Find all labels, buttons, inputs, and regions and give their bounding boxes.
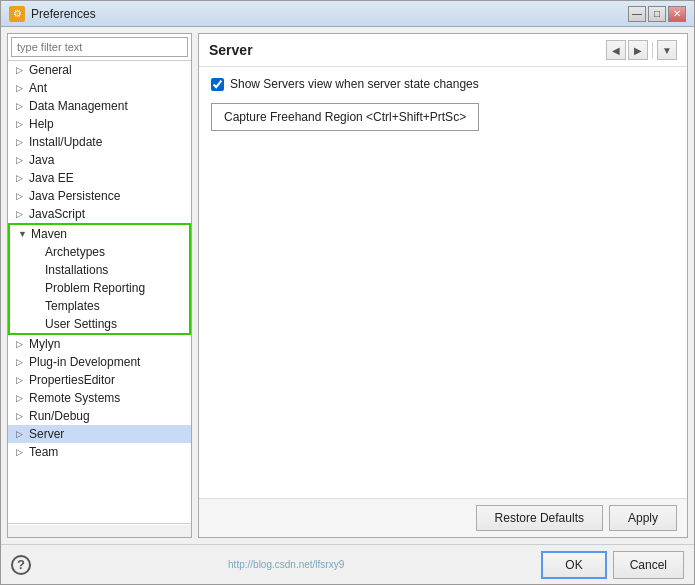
sidebar-item-label: Java EE (29, 171, 74, 185)
sidebar-item-label: Plug-in Development (29, 355, 140, 369)
tree-area[interactable]: ▷ General ▷ Ant ▷ Data Management ▷ Help (8, 61, 191, 523)
close-button[interactable]: ✕ (668, 6, 686, 22)
sidebar-item-label: Archetypes (45, 245, 105, 259)
watermark-text: http://blog.csdn.net/lfsrxy9 (228, 559, 344, 570)
expand-arrow: ▷ (16, 155, 26, 165)
sidebar-item-label: User Settings (45, 317, 117, 331)
minimize-button[interactable]: — (628, 6, 646, 22)
toolbar-separator (652, 42, 653, 58)
right-panel-title: Server (209, 42, 253, 58)
sidebar-item-javascript[interactable]: ▷ JavaScript (8, 205, 191, 223)
sidebar-item-label: Team (29, 445, 58, 459)
right-panel: Server ◀ ▶ ▼ Show Servers (198, 33, 688, 538)
back-icon: ◀ (612, 45, 620, 56)
sidebar-item-user-settings[interactable]: User Settings (10, 315, 189, 333)
expand-arrow: ▷ (16, 173, 26, 183)
expand-arrow: ▷ (16, 83, 26, 93)
capture-freehand-button[interactable]: Capture Freehand Region <Ctrl+Shift+PrtS… (211, 103, 479, 131)
dropdown-icon: ▼ (662, 45, 672, 56)
maven-group: ▼ Maven Archetypes Installations Problem… (8, 223, 191, 335)
maximize-button[interactable]: □ (648, 6, 666, 22)
dropdown-button[interactable]: ▼ (657, 40, 677, 60)
sidebar-item-label: Remote Systems (29, 391, 120, 405)
forward-button[interactable]: ▶ (628, 40, 648, 60)
restore-defaults-button[interactable]: Restore Defaults (476, 505, 603, 531)
sidebar-item-label: Java (29, 153, 54, 167)
sidebar-item-ant[interactable]: ▷ Ant (8, 79, 191, 97)
title-buttons: — □ ✕ (628, 6, 686, 22)
sidebar-item-java-persistence[interactable]: ▷ Java Persistence (8, 187, 191, 205)
sidebar-item-label: Java Persistence (29, 189, 120, 203)
expand-arrow: ▷ (16, 447, 26, 457)
cancel-button[interactable]: Cancel (613, 551, 684, 579)
sidebar-item-java-ee[interactable]: ▷ Java EE (8, 169, 191, 187)
sidebar-item-general[interactable]: ▷ General (8, 61, 191, 79)
right-header: Server ◀ ▶ ▼ (199, 34, 687, 67)
preferences-window: ⚙ Preferences — □ ✕ ▷ General ▷ (0, 0, 695, 585)
ok-button[interactable]: OK (541, 551, 606, 579)
expand-arrow: ▷ (16, 375, 26, 385)
sidebar-item-data-management[interactable]: ▷ Data Management (8, 97, 191, 115)
sidebar-item-label: Problem Reporting (45, 281, 145, 295)
sidebar-item-plugin-development[interactable]: ▷ Plug-in Development (8, 353, 191, 371)
sidebar-item-team[interactable]: ▷ Team (8, 443, 191, 461)
expand-arrow: ▼ (18, 229, 28, 239)
sidebar-item-label: Install/Update (29, 135, 102, 149)
expand-arrow: ▷ (16, 209, 26, 219)
sidebar-item-problem-reporting[interactable]: Problem Reporting (10, 279, 189, 297)
sidebar-item-label: Installations (45, 263, 108, 277)
search-input[interactable] (11, 37, 188, 57)
sidebar-item-label: JavaScript (29, 207, 85, 221)
expand-arrow: ▷ (16, 339, 26, 349)
search-bar (8, 34, 191, 61)
sidebar-item-remote-systems[interactable]: ▷ Remote Systems (8, 389, 191, 407)
sidebar-item-label: Data Management (29, 99, 128, 113)
expand-arrow: ▷ (16, 411, 26, 421)
show-servers-checkbox[interactable] (211, 78, 224, 91)
content-spacer (211, 143, 675, 488)
sidebar-item-installations[interactable]: Installations (10, 261, 189, 279)
title-bar-left: ⚙ Preferences (9, 6, 96, 22)
expand-arrow: ▷ (16, 429, 26, 439)
expand-arrow: ▷ (16, 137, 26, 147)
expand-arrow: ▷ (16, 65, 26, 75)
title-bar: ⚙ Preferences — □ ✕ (1, 1, 694, 27)
sidebar-item-archetypes[interactable]: Archetypes (10, 243, 189, 261)
window-footer: ? http://blog.csdn.net/lfsrxy9 OK Cancel (1, 544, 694, 584)
hscroll-track[interactable] (8, 525, 191, 537)
main-area: ▷ General ▷ Ant ▷ Data Management ▷ Help (1, 27, 694, 544)
right-footer: Restore Defaults Apply (199, 498, 687, 537)
expand-arrow: ▷ (16, 393, 26, 403)
expand-arrow: ▷ (16, 101, 26, 111)
sidebar-item-label: Maven (31, 227, 67, 241)
show-servers-checkbox-row: Show Servers view when server state chan… (211, 77, 675, 91)
sidebar-item-server[interactable]: ▷ Server (8, 425, 191, 443)
sidebar-item-mylyn[interactable]: ▷ Mylyn (8, 335, 191, 353)
sidebar-item-label: Ant (29, 81, 47, 95)
sidebar-item-label: Templates (45, 299, 100, 313)
expand-arrow: ▷ (16, 191, 26, 201)
expand-arrow: ▷ (16, 119, 26, 129)
left-panel: ▷ General ▷ Ant ▷ Data Management ▷ Help (7, 33, 192, 538)
sidebar-item-properties-editor[interactable]: ▷ PropertiesEditor (8, 371, 191, 389)
right-toolbar: ◀ ▶ ▼ (606, 40, 677, 60)
horizontal-scrollbar[interactable] (8, 523, 191, 537)
sidebar-item-java[interactable]: ▷ Java (8, 151, 191, 169)
right-content: Show Servers view when server state chan… (199, 67, 687, 498)
window-icon: ⚙ (9, 6, 25, 22)
back-button[interactable]: ◀ (606, 40, 626, 60)
sidebar-item-label: Server (29, 427, 64, 441)
apply-button[interactable]: Apply (609, 505, 677, 531)
sidebar-item-maven[interactable]: ▼ Maven (10, 225, 189, 243)
sidebar-item-run-debug[interactable]: ▷ Run/Debug (8, 407, 191, 425)
sidebar-item-label: PropertiesEditor (29, 373, 115, 387)
sidebar-item-templates[interactable]: Templates (10, 297, 189, 315)
sidebar-item-install-update[interactable]: ▷ Install/Update (8, 133, 191, 151)
forward-icon: ▶ (634, 45, 642, 56)
sidebar-item-label: Mylyn (29, 337, 60, 351)
sidebar-item-label: Help (29, 117, 54, 131)
window-title: Preferences (31, 7, 96, 21)
help-button[interactable]: ? (11, 555, 31, 575)
sidebar-item-label: General (29, 63, 72, 77)
sidebar-item-help[interactable]: ▷ Help (8, 115, 191, 133)
